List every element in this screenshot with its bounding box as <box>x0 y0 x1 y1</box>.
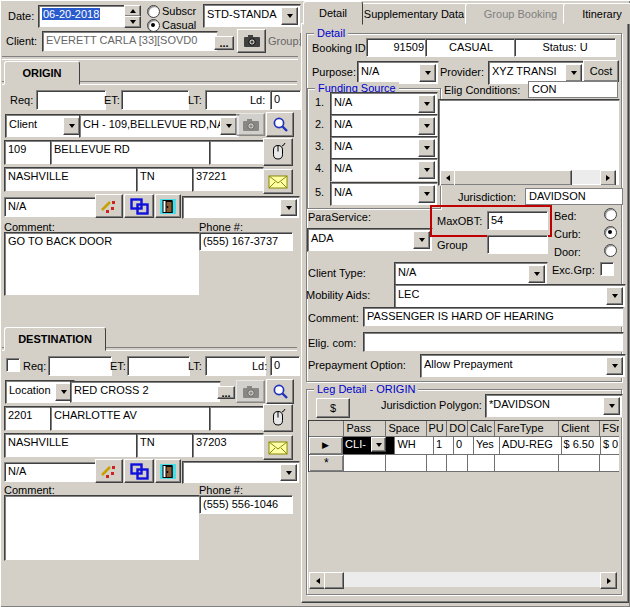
fare-grid-row[interactable]: ▶ CLI- WH 1 0 Yes ADU-REG $ 6.50 $ 0 <box>309 437 619 455</box>
origin-overlap-button[interactable] <box>124 194 154 218</box>
origin-door-button[interactable] <box>155 194 181 218</box>
chevron-down-icon[interactable] <box>565 64 582 82</box>
origin-street-no-field[interactable]: 109 <box>4 140 54 165</box>
origin-comment-box[interactable]: GO TO BACK DOOR <box>4 232 200 296</box>
origin-phone-field[interactable]: (555) 167-3737 <box>199 232 293 251</box>
destination-phone-field[interactable]: (555) 556-1046 <box>199 495 293 514</box>
destination-landmark-field[interactable]: N/A <box>4 462 96 482</box>
origin-building-combo[interactable] <box>182 196 300 219</box>
destination-browse-button[interactable]: ... <box>217 386 235 399</box>
origin-zip-field[interactable]: 37221 <box>192 167 264 192</box>
origin-city-field[interactable]: NASHVILLE <box>4 167 140 192</box>
destination-building-combo[interactable] <box>182 461 300 484</box>
cost-button[interactable]: Cost <box>583 60 619 82</box>
cell-pass[interactable]: CLI- <box>343 437 395 455</box>
chevron-down-icon[interactable] <box>413 231 430 249</box>
destination-photo-button[interactable] <box>236 380 265 403</box>
scroll-right-button[interactable] <box>600 170 616 186</box>
curb-radio[interactable] <box>604 226 617 239</box>
chevron-down-icon[interactable] <box>418 95 435 113</box>
chevron-down-icon[interactable] <box>528 265 545 283</box>
elig-conditions-listbox[interactable] <box>438 99 620 186</box>
destination-unit-field[interactable] <box>209 406 264 431</box>
origin-landmark-field[interactable]: N/A <box>4 197 96 217</box>
fare-grid-hscrollbar[interactable] <box>309 572 617 587</box>
destination-geocode-button[interactable] <box>95 459 123 483</box>
chevron-down-icon[interactable] <box>606 357 623 375</box>
destination-mail-button[interactable] <box>263 435 293 460</box>
pass-cell-dropdown-button[interactable] <box>371 437 386 452</box>
cell-do[interactable]: 0 <box>454 437 474 455</box>
funding-1-combo[interactable]: N/A <box>330 92 438 116</box>
paraservice-combo[interactable]: ADA <box>307 228 433 252</box>
cell-calc[interactable]: Yes <box>474 437 500 455</box>
funding-2-combo[interactable]: N/A <box>330 114 438 138</box>
bed-radio[interactable] <box>604 208 617 221</box>
client-photo-button[interactable] <box>237 29 266 53</box>
col-fsr[interactable]: FSr <box>600 421 619 437</box>
origin-search-button[interactable] <box>266 112 294 137</box>
cell-pu[interactable]: 1 <box>434 437 454 455</box>
chevron-down-icon[interactable] <box>220 117 237 135</box>
origin-et-field[interactable] <box>121 90 189 110</box>
origin-address-mode-combo[interactable]: Client <box>5 114 83 138</box>
tab-origin[interactable]: ORIGIN <box>4 61 80 85</box>
destination-address-field[interactable]: RED CROSS 2 <box>70 381 221 403</box>
chevron-down-icon[interactable] <box>418 117 435 135</box>
destination-req-checkbox[interactable] <box>6 358 20 372</box>
jurisdiction-polygon-combo[interactable]: *DAVIDSON <box>485 394 623 418</box>
destination-street-field[interactable]: CHARLOTTE AV <box>50 406 213 431</box>
destination-comment-box[interactable] <box>4 495 200 561</box>
origin-map-button[interactable] <box>263 138 293 166</box>
date-field[interactable]: 06-20-2018 <box>38 5 128 28</box>
origin-address-combo[interactable]: CH - 109,BELLEVUE RD,NA <box>79 114 240 138</box>
fare-grid-new-row[interactable]: * <box>309 455 619 472</box>
destination-overlap-button[interactable] <box>124 459 154 483</box>
tab-detail[interactable]: Detail <box>303 1 363 25</box>
scroll-right-button[interactable] <box>600 572 617 589</box>
client-browse-button[interactable]: ... <box>214 36 234 50</box>
tab-supplementary-data[interactable]: Supplementary Data <box>350 3 478 24</box>
chevron-down-icon[interactable] <box>281 7 298 25</box>
destination-req-field[interactable] <box>48 356 112 376</box>
destination-city-field[interactable]: NASHVILLE <box>4 433 140 458</box>
cell-client-fare[interactable]: $ 6.50 <box>562 437 601 455</box>
destination-address-mode-combo[interactable]: Location <box>5 380 75 404</box>
detail-comment-field[interactable]: PASSENGER IS HARD OF HEARING <box>363 307 624 327</box>
door-radio[interactable] <box>604 244 617 257</box>
tab-destination[interactable]: DESTINATION <box>4 327 106 351</box>
destination-map-button[interactable] <box>263 404 293 432</box>
destination-door-button[interactable] <box>155 459 181 483</box>
origin-photo-button[interactable] <box>236 113 265 136</box>
scrollbar-thumb[interactable] <box>324 572 344 589</box>
chevron-down-icon[interactable] <box>606 287 623 305</box>
client-type-combo[interactable]: N/A <box>394 262 548 286</box>
client-field[interactable]: EVERETT CARLA [33][SOVD0 <box>42 31 218 52</box>
cell-space[interactable]: WH <box>395 437 434 455</box>
col-pu[interactable]: PU <box>427 421 448 437</box>
chevron-down-icon[interactable] <box>280 464 297 481</box>
funding-5-combo[interactable]: N/A <box>330 182 438 206</box>
funding-3-combo[interactable]: N/A <box>330 136 438 160</box>
cell-fsr[interactable]: $ 0 <box>601 437 619 455</box>
destination-state-field[interactable]: TN <box>136 433 196 458</box>
chevron-down-icon[interactable] <box>418 185 435 203</box>
excgrp-checkbox[interactable] <box>600 262 614 276</box>
funding-4-combo[interactable]: N/A <box>330 158 438 182</box>
maxobt-field[interactable]: 54 <box>487 211 548 230</box>
destination-zip-field[interactable]: 37203 <box>192 433 264 458</box>
elig-com-field[interactable] <box>363 332 624 352</box>
origin-street-field[interactable]: BELLEVUE RD <box>50 140 213 165</box>
tab-itinerary[interactable]: Itinerary <box>563 3 630 24</box>
col-client[interactable]: Client <box>559 421 600 437</box>
col-calc[interactable]: Calc <box>468 421 495 437</box>
col-space[interactable]: Space <box>386 421 426 437</box>
prepayment-combo[interactable]: Allow Prepayment <box>420 354 626 378</box>
destination-street-no-field[interactable]: 2201 <box>4 406 54 431</box>
destination-search-button[interactable] <box>266 379 294 404</box>
subscr-radio[interactable] <box>147 5 160 18</box>
chevron-down-icon[interactable] <box>63 117 80 135</box>
mobility-aids-combo[interactable]: LEC <box>394 284 626 308</box>
date-spin-down-button[interactable] <box>124 16 141 28</box>
col-faretype[interactable]: FareType <box>495 421 559 437</box>
